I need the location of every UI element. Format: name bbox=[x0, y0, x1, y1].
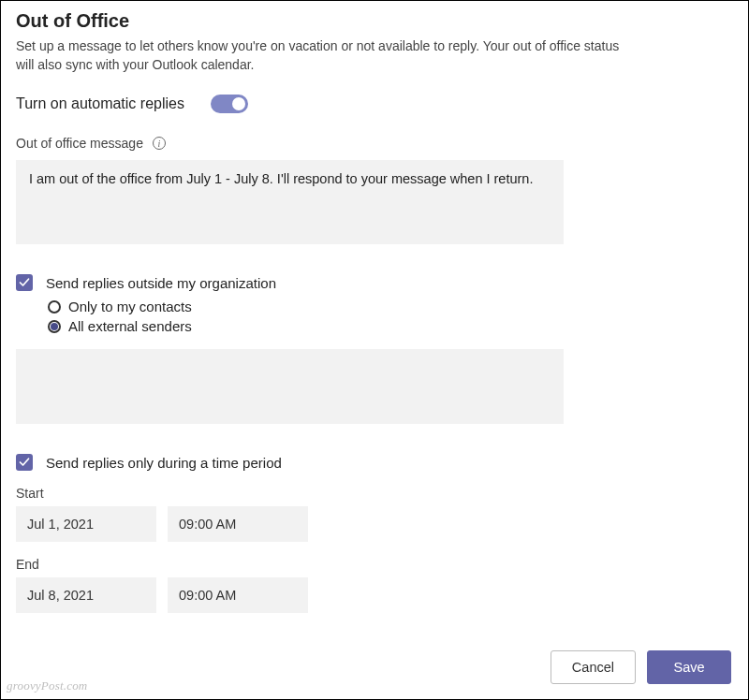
check-icon bbox=[19, 277, 30, 288]
auto-replies-row: Turn on automatic replies bbox=[16, 95, 733, 113]
radio-contacts-label: Only to my contacts bbox=[68, 299, 192, 314]
end-time-picker[interactable]: 09:00 AM bbox=[168, 577, 308, 613]
end-label: End bbox=[16, 557, 733, 572]
schedule-check-row: Send replies only during a time period bbox=[16, 454, 733, 471]
start-date-picker[interactable]: Jul 1, 2021 bbox=[16, 506, 156, 542]
radio-row-all[interactable]: All external senders bbox=[48, 318, 733, 334]
message-label-row: Out of office message i bbox=[16, 136, 733, 151]
end-date-picker[interactable]: Jul 8, 2021 bbox=[16, 577, 156, 613]
page-title: Out of Office bbox=[16, 10, 733, 32]
schedule-label: Send replies only during a time period bbox=[46, 455, 282, 471]
external-checkbox[interactable] bbox=[16, 274, 33, 291]
out-of-office-dialog: Out of Office Set up a message to let ot… bbox=[0, 0, 749, 700]
start-row: Jul 1, 2021 09:00 AM bbox=[16, 506, 733, 542]
schedule-checkbox[interactable] bbox=[16, 454, 33, 471]
radio-contacts[interactable] bbox=[48, 300, 61, 314]
external-check-row: Send replies outside my organization bbox=[16, 274, 733, 291]
radio-all-label: All external senders bbox=[68, 318, 192, 334]
external-radio-group: Only to my contacts All external senders bbox=[48, 299, 733, 334]
save-button[interactable]: Save bbox=[647, 650, 731, 684]
toggle-knob bbox=[232, 97, 245, 110]
radio-all[interactable] bbox=[48, 320, 61, 333]
start-label: Start bbox=[16, 486, 733, 501]
watermark: groovyPost.com bbox=[7, 678, 87, 693]
end-row: Jul 8, 2021 09:00 AM bbox=[16, 577, 733, 613]
ooo-message-textarea[interactable] bbox=[16, 160, 564, 244]
external-label: Send replies outside my organization bbox=[46, 275, 276, 291]
dialog-footer: Cancel Save bbox=[551, 650, 731, 684]
page-description: Set up a message to let others know you'… bbox=[16, 37, 634, 74]
message-label: Out of office message bbox=[16, 136, 143, 151]
cancel-button[interactable]: Cancel bbox=[551, 650, 636, 684]
external-replies-block: Send replies outside my organization Onl… bbox=[16, 274, 733, 428]
radio-row-contacts[interactable]: Only to my contacts bbox=[48, 299, 733, 314]
auto-replies-label: Turn on automatic replies bbox=[16, 95, 184, 112]
external-message-textarea[interactable] bbox=[16, 349, 564, 424]
auto-replies-toggle[interactable] bbox=[211, 95, 248, 113]
start-time-picker[interactable]: 09:00 AM bbox=[168, 506, 308, 542]
schedule-block: Send replies only during a time period S… bbox=[16, 454, 733, 613]
check-icon bbox=[19, 457, 30, 468]
info-icon[interactable]: i bbox=[153, 137, 166, 150]
